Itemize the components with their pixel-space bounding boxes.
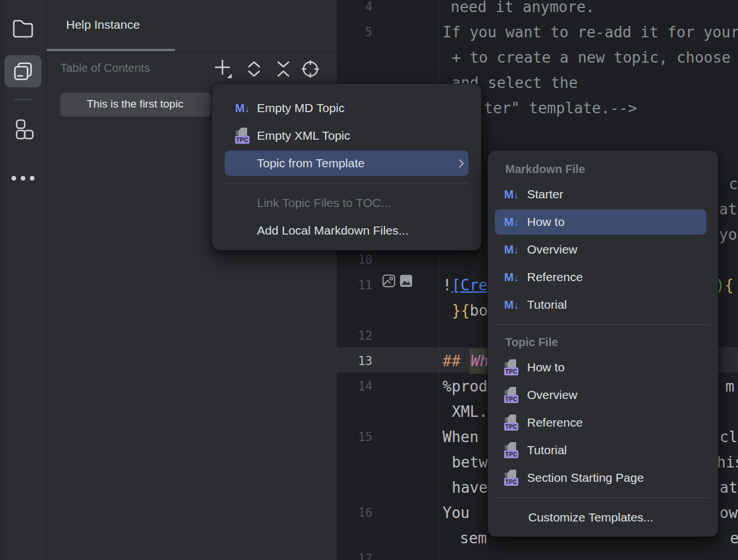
code-fragment: %prod [443, 374, 487, 399]
menu-item-how-to[interactable]: M↓How to [488, 208, 718, 236]
menu-item-label: Topic from Template [257, 149, 365, 177]
menu-item-label: Tutorial [527, 291, 567, 319]
code-fragment: betw [452, 450, 488, 475]
locate-selection-button[interactable] [301, 59, 320, 79]
code-fragment: e [730, 526, 738, 551]
menu-item-how-to[interactable]: TPCHow to [488, 354, 718, 381]
code-fragment: XML. [452, 399, 488, 424]
line-number-5: 5 [337, 20, 372, 45]
line-number-12: 12 [337, 323, 372, 348]
menu-item-label: Section Starting Page [527, 464, 644, 492]
code-fragment: }{bo [452, 298, 488, 323]
menu-item-label: Empty MD Topic [257, 94, 345, 122]
menu-item-section-starting-page[interactable]: TPCSection Starting Page [488, 464, 718, 492]
markdown-file-icon: M↓ [504, 216, 519, 229]
menu-item-empty-md-topic[interactable]: M↓Empty MD Topic [212, 94, 481, 122]
code-fragment: at [719, 197, 737, 222]
tool-window-rail [0, 0, 47, 560]
markdown-file-icon: M↓ [504, 271, 519, 284]
folder-icon [12, 19, 34, 39]
structure-icon [12, 118, 34, 141]
code-fragment: cl [720, 424, 737, 450]
markdown-file-icon: M↓ [504, 298, 519, 312]
menu-item-tutorial[interactable]: M↓Tutorial [488, 291, 718, 319]
topic-file-icon: TPC [235, 128, 249, 144]
code-fragment: c [729, 171, 738, 197]
line-number-15: 15 [337, 424, 372, 450]
markdown-file-icon: M↓ [235, 102, 250, 115]
code-fragment: ter" template.--> [484, 95, 637, 121]
menu-item-topic-from-template[interactable]: Topic from Template [212, 149, 481, 177]
line-number-4: 4 [337, 0, 372, 20]
tool-window-header: Help Instance [47, 0, 337, 52]
line-number-16: 16 [337, 500, 372, 526]
code-fragment: If you want to re-add it for your [443, 20, 738, 45]
code-fragment: ## Wh [443, 348, 490, 374]
submenu-section-header-topic-file: Topic File [488, 331, 718, 354]
menu-item-label: Overview [527, 236, 578, 263]
folder-tool-button[interactable] [5, 13, 41, 45]
menu-divider [496, 497, 710, 498]
code-fragment: m [725, 374, 735, 399]
menu-item-customize-templates[interactable]: Customize Templates... [488, 504, 718, 531]
menu-item-label: How to [527, 208, 564, 236]
tool-window-title-tab[interactable]: Help Instance [66, 18, 140, 32]
markdown-file-icon: M↓ [504, 243, 519, 256]
markdown-file-icon: M↓ [504, 188, 519, 201]
submenu-section-header-markdown-file: Markdown File [488, 158, 718, 181]
more-icon [11, 176, 34, 181]
more-tool-windows-button[interactable] [5, 162, 41, 194]
topic-file-icon: TPC [504, 442, 518, 458]
menu-item-label: Empty XML Topic [257, 122, 350, 149]
code-fragment: have [452, 475, 488, 500]
toc-toolbar-label: Table of Contents [60, 62, 150, 75]
menu-item-label: Reference [527, 263, 583, 291]
expand-all-button[interactable] [245, 59, 263, 79]
code-fragment: at [720, 475, 737, 500]
menu-item-overview[interactable]: TPCOverview [488, 381, 718, 409]
topic-from-template-submenu: Markdown FileM↓StarterM↓How toM↓Overview… [487, 150, 718, 537]
topics-tool-button[interactable] [5, 55, 41, 87]
toc-tree-item-selected[interactable]: This is the first topic [60, 93, 211, 117]
line-number-10: 10 [337, 247, 372, 273]
menu-item-empty-xml-topic[interactable]: TPCEmpty XML Topic [212, 122, 481, 149]
topic-file-icon: TPC [504, 415, 518, 431]
menu-item-starter[interactable]: M↓Starter [488, 181, 718, 208]
image-icon[interactable] [399, 274, 413, 287]
code-fragment: yo [719, 222, 737, 247]
code-fragment: ![Cre [443, 273, 487, 298]
ide-window: { "theme": { "editor_bg": "#1E1F22", "pa… [0, 0, 738, 560]
image-preview-icon[interactable] [382, 274, 395, 287]
locate-target-icon [301, 60, 320, 78]
new-topic-menu: M↓Empty MD TopicTPCEmpty XML TopicTopic … [212, 83, 482, 251]
topic-file-icon: TPC [504, 359, 518, 375]
menu-item-label: Customize Templates... [528, 504, 654, 531]
menu-item-label: Overview [527, 381, 578, 409]
code-fragment: need it anymore. [451, 0, 594, 20]
toc-item-label: This is the first topic [87, 98, 183, 110]
menu-item-overview[interactable]: M↓Overview [488, 236, 718, 263]
menu-item-tutorial[interactable]: TPCTutorial [488, 436, 718, 464]
active-tab-indicator [47, 49, 175, 51]
line-number-14: 14 [337, 374, 372, 399]
menu-item-label: Reference [527, 409, 583, 436]
line-number-17: 17 [337, 546, 372, 560]
code-fragment: When [443, 424, 479, 450]
menu-item-reference[interactable]: M↓Reference [488, 263, 718, 291]
menu-item-label: Starter [527, 181, 563, 208]
code-fragment: ow [720, 500, 737, 526]
menu-item-add-local-markdown-files[interactable]: Add Local Markdown Files... [212, 217, 481, 244]
code-fragment: You [443, 500, 470, 526]
menu-item-link-topic-files-to-toc: Link Topic Files to TOC... [212, 189, 481, 217]
collapse-all-icon [276, 60, 290, 78]
collapse-all-button[interactable] [274, 59, 293, 79]
structure-tool-button[interactable] [5, 114, 41, 146]
menu-item-label: Add Local Markdown Files... [257, 217, 409, 244]
line-number-11: 11 [337, 273, 372, 298]
gutter-line11-icons [382, 274, 413, 287]
add-topic-button[interactable] [214, 59, 233, 79]
code-fragment: + to create a new topic, choose [452, 45, 738, 70]
topics-icon [13, 61, 33, 82]
menu-divider [496, 324, 710, 325]
menu-item-reference[interactable]: TPCReference [488, 409, 718, 436]
